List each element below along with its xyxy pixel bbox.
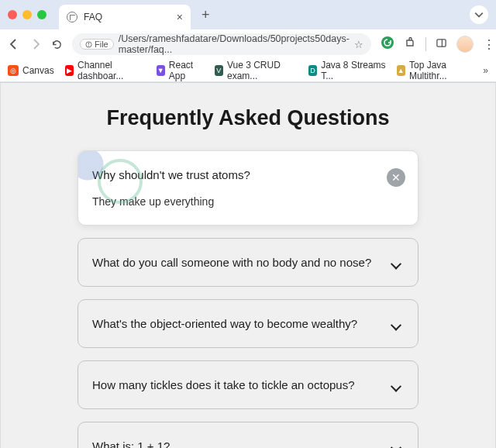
back-button[interactable] [8,38,20,50]
bookmarks-bar: ◎Canvas ▶Channel dashboar... ▼React App … [0,59,496,82]
window-controls [8,10,46,19]
browser-tab[interactable]: FAQ × [59,5,191,29]
close-tab-button[interactable]: × [177,11,183,23]
toolbar-icons: ⋮ [381,36,495,53]
chrome-menu-button[interactable]: ⋮ [483,37,495,52]
close-icon: ✕ [391,172,401,183]
extensions-icon[interactable] [404,36,416,52]
faq-toggle-button[interactable] [387,317,405,336]
react-icon: ▼ [157,65,165,76]
faq-item: What's the object-oriented way to become… [78,299,418,348]
maximize-window-button[interactable] [37,10,46,19]
bookmark-star-icon[interactable]: ☆ [354,39,363,50]
canvas-icon: ◎ [8,65,19,76]
youtube-icon: ▶ [65,65,74,76]
page-title: Frequently Asked Questions [1,106,495,130]
toolbar-divider [425,37,426,51]
chevron-down-icon [391,381,401,392]
faq-toggle-button[interactable] [387,378,405,397]
faq-question: How many tickles does it take to tickle … [92,378,404,391]
close-window-button[interactable] [8,10,17,19]
vue-icon: V [215,65,223,76]
faq-question: Why shouldn't we trust atoms? [92,168,404,181]
globe-icon [67,12,78,22]
minimize-window-button[interactable] [22,10,32,19]
bookmark-item[interactable]: ▼React App [157,60,204,81]
faq-toggle-button[interactable] [387,256,405,274]
reload-button[interactable] [51,39,63,50]
faq-answer: They make up everything [92,195,404,208]
bookmark-item[interactable]: DJava 8 Streams T... [308,60,386,81]
address-bar[interactable]: File /Users/rameshfadatare/Downloads/50p… [72,33,371,55]
chevron-down-icon [391,443,401,448]
java-icon: D [308,65,317,76]
profile-avatar[interactable] [456,36,474,53]
forward-button[interactable] [29,38,42,50]
url-text: /Users/rameshfadatare/Downloads/50projec… [119,33,350,55]
faq-item: Why shouldn't we trust atoms? They make … [78,150,418,226]
chevron-down-icon [391,259,401,270]
bookmark-item[interactable]: VVue 3 CRUD exam... [215,60,298,81]
bookmarks-overflow-button[interactable]: » [483,65,488,76]
tab-bar: FAQ × + [0,0,496,29]
svg-point-3 [381,36,394,49]
new-tab-button[interactable]: + [197,7,215,23]
side-panel-icon[interactable] [436,37,447,52]
faq-item: What is: 1 + 1? [78,422,418,448]
url-scheme-pill: File [80,39,114,50]
bookmark-item[interactable]: ▲Top Java Multithr... [397,60,473,81]
page-body: Frequently Asked Questions Why shouldn't… [0,83,496,448]
bookmark-item[interactable]: ◎Canvas [8,65,54,76]
faq-container: Why shouldn't we trust atoms? They make … [78,150,418,448]
faq-question: What do you call someone with no body an… [92,256,404,269]
chevron-down-icon [391,320,401,331]
faq-question: What's the object-oriented way to become… [92,317,404,330]
bookmark-item[interactable]: ▶Channel dashboar... [65,60,146,81]
tab-title: FAQ [84,12,102,22]
faq-toggle-button[interactable]: ✕ [387,168,405,187]
java-mt-icon: ▲ [397,65,405,76]
svg-rect-4 [437,39,446,46]
browser-chrome: FAQ × + File /Users/rameshfadatare/Downl… [0,0,496,83]
toolbar: File /Users/rameshfadatare/Downloads/50p… [0,29,496,59]
extension-grammarly-icon[interactable] [381,36,394,53]
svg-point-2 [88,45,89,46]
tab-search-button[interactable] [470,5,488,24]
faq-item: How many tickles does it take to tickle … [78,360,418,409]
faq-question: What is: 1 + 1? [92,439,404,448]
faq-item: What do you call someone with no body an… [78,238,418,287]
